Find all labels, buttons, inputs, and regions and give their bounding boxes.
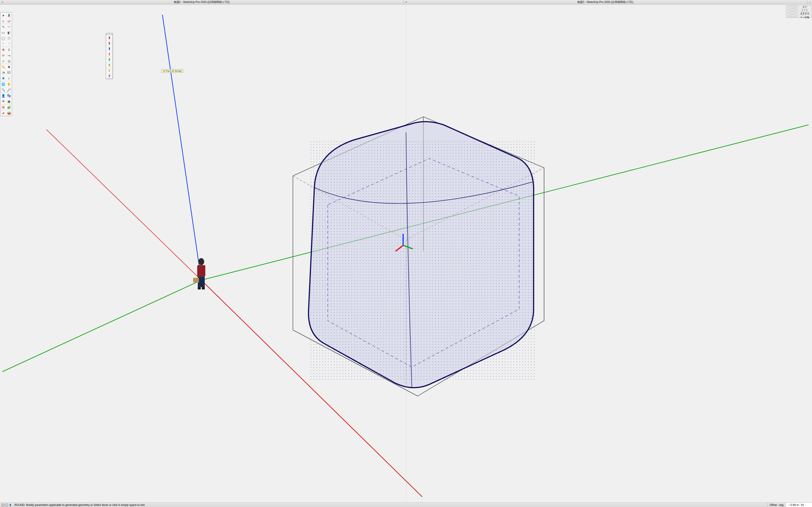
tool-position-camera-icon[interactable]: 👤: [0, 93, 6, 99]
tool-section-plane-icon[interactable]: ▣: [6, 99, 12, 104]
float-tool-7[interactable]: ⬆: [106, 68, 112, 73]
tool-paint-icon[interactable]: 🧼: [6, 18, 12, 24]
tool-arc2-icon[interactable]: ◝: [6, 41, 12, 47]
tool-orbit-icon[interactable]: 🌐: [0, 81, 6, 87]
main-tool-palette: ➤ 🧵 ◇ 🧼 ✎ 〰 ▭ ◧ ◯ ⬡ ◜ ◝ ✥ ⇕ ⟳ ↝ ⤢ ◎ 📏 ✖ …: [0, 12, 12, 116]
tool-pushpull-icon[interactable]: ⇕: [6, 47, 12, 53]
svg-line-2: [2, 280, 201, 372]
tool-tape-icon[interactable]: 📏: [0, 64, 6, 70]
expand-dot-icon[interactable]: [787, 6, 798, 8]
tool-walk-icon[interactable]: 👣: [6, 93, 12, 99]
floating-palette[interactable]: ⬆ ⬆ ⬆ ⬆ ⬆ ⬆ ⬆ ⬆: [106, 33, 113, 79]
tool-freehand-icon[interactable]: 〰: [6, 24, 12, 30]
tool-arc-icon[interactable]: ◜: [0, 41, 6, 47]
svg-line-0: [162, 15, 201, 280]
tool-axes-icon[interactable]: ✱: [0, 75, 6, 81]
close-icon[interactable]: ✕: [405, 1, 407, 2]
inspector-row-entity-info[interactable]: エンティティ情報: [786, 14, 811, 17]
tool-pencil-icon[interactable]: ✎: [0, 24, 6, 30]
status-bar: ? i 👤 ROUND: Modify parameters applicabl…: [0, 502, 812, 507]
window-tab-1[interactable]: ✕ 無題2 - SketchUp Pro 2020 (試用期間残り7日): [0, 0, 404, 4]
vcb-value[interactable]: ~ 0.98 m ; 6s: [786, 503, 812, 507]
expand-dot-icon[interactable]: [787, 15, 798, 17]
tool-dim-icon[interactable]: A1: [6, 70, 12, 75]
float-tool-2[interactable]: ⬆: [106, 41, 112, 46]
tool-circle-icon[interactable]: ◯: [0, 35, 6, 41]
window-divider: [406, 5, 406, 507]
tool-polygon-icon[interactable]: ⬡: [6, 35, 12, 41]
tool-zoom-icon[interactable]: 🔍: [0, 87, 6, 93]
info-icon[interactable]: i: [5, 503, 8, 507]
tool-3d-warehouse-icon[interactable]: 🏛: [0, 104, 6, 110]
user-icon[interactable]: 👤: [9, 503, 12, 507]
float-tool-6[interactable]: ⬆: [106, 62, 112, 68]
float-tool-8[interactable]: ⬆: [106, 73, 112, 78]
svg-rect-5: [310, 141, 537, 381]
title-tabs: ✕ 無題2 - SketchUp Pro 2020 (試用期間残り7日) ✕ 無…: [0, 0, 812, 5]
tool-protractor-icon[interactable]: ◔: [0, 70, 6, 75]
tool-pan-icon[interactable]: ✋: [6, 81, 12, 87]
status-message: ROUND: Modify parameters applicable to g…: [13, 503, 767, 507]
tool-eraser-icon[interactable]: ◇: [0, 18, 6, 24]
inspector-panel: タグ シーン スタイル エンティティ情報: [786, 5, 811, 18]
tool-rotated-rect-icon[interactable]: ◧: [6, 30, 12, 35]
inference-tooltip: on Face [in Group]: [161, 69, 183, 73]
tool-select-arrow[interactable]: ➤: [0, 12, 6, 18]
window-title: 無題2 - SketchUp Pro 2020 (試用期間残り7日): [174, 0, 230, 4]
tool-offset-icon[interactable]: ◎: [6, 58, 12, 64]
tool-warehouse-red-icon[interactable]: 📦: [6, 110, 12, 116]
help-icon[interactable]: ?: [1, 503, 5, 507]
expand-dot-icon[interactable]: [787, 9, 798, 11]
vcb-label: Offset ; seg: [767, 503, 786, 507]
svg-rect-13: [198, 287, 201, 289]
tool-look-icon[interactable]: 👁: [0, 99, 6, 104]
tool-send-icon[interactable]: ⬈: [0, 110, 6, 116]
float-tool-4[interactable]: ⬆: [106, 51, 112, 57]
new-tab-button[interactable]: ＋: [807, 0, 812, 4]
svg-point-10: [198, 258, 204, 265]
tool-text-icon[interactable]: ✖: [6, 64, 12, 70]
svg-rect-15: [193, 278, 199, 282]
palette-grip[interactable]: [106, 33, 112, 35]
tool-move-icon[interactable]: ✥: [0, 47, 6, 53]
float-tool-3[interactable]: ⬆: [106, 46, 112, 51]
window-tab-2[interactable]: ✕ 無題3 - SketchUp Pro 2020 (試用期間残り7日): [404, 0, 807, 4]
svg-line-4: [46, 129, 201, 280]
window-title: 無題3 - SketchUp Pro 2020 (試用期間残り7日): [577, 0, 633, 4]
tool-scale-icon[interactable]: ⤢: [0, 58, 6, 64]
tool-rectangle-icon[interactable]: ▭: [0, 30, 6, 35]
svg-rect-14: [202, 287, 205, 289]
tool-zoom-extents-icon[interactable]: 🔎: [6, 87, 12, 93]
tool-followme-icon[interactable]: ↝: [6, 53, 12, 58]
float-tool-1[interactable]: ⬆: [106, 35, 112, 41]
expand-dot-icon[interactable]: [787, 12, 798, 14]
tool-extension-icon[interactable]: 🧩: [6, 104, 12, 110]
tool-rotate-icon[interactable]: ⟳: [0, 53, 6, 58]
float-tool-5[interactable]: ⬆: [106, 57, 112, 62]
tool-lasso-icon[interactable]: 🧵: [6, 12, 12, 18]
close-icon[interactable]: ✕: [1, 1, 3, 2]
tool-section-icon[interactable]: ⫽: [6, 75, 12, 81]
svg-rect-11: [197, 265, 205, 277]
